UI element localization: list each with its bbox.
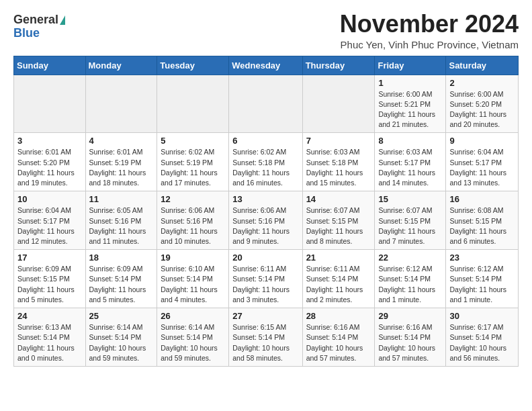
calendar-cell — [85, 75, 157, 133]
day-info: Sunrise: 6:09 AM Sunset: 5:14 PM Dayligh… — [89, 264, 154, 305]
day-number: 4 — [89, 136, 154, 146]
day-number: 24 — [17, 311, 82, 321]
logo-general-text: General — [13, 13, 58, 27]
day-info: Sunrise: 6:07 AM Sunset: 5:15 PM Dayligh… — [378, 205, 442, 246]
calendar-cell — [157, 75, 229, 133]
day-number: 30 — [449, 311, 515, 321]
calendar-cell — [302, 75, 375, 133]
day-number: 7 — [306, 136, 371, 146]
weekday-header-monday: Monday — [85, 56, 157, 75]
calendar-cell: 14Sunrise: 6:07 AM Sunset: 5:15 PM Dayli… — [302, 191, 375, 250]
calendar-cell: 12Sunrise: 6:06 AM Sunset: 5:16 PM Dayli… — [157, 191, 229, 250]
day-number: 2 — [449, 78, 515, 88]
day-info: Sunrise: 6:05 AM Sunset: 5:16 PM Dayligh… — [89, 205, 154, 246]
day-info: Sunrise: 6:04 AM Sunset: 5:17 PM Dayligh… — [17, 205, 82, 246]
day-number: 3 — [17, 136, 82, 146]
day-info: Sunrise: 6:15 AM Sunset: 5:14 PM Dayligh… — [232, 322, 298, 363]
day-number: 5 — [161, 136, 225, 146]
logo: General Blue — [13, 13, 65, 40]
day-info: Sunrise: 6:02 AM Sunset: 5:18 PM Dayligh… — [232, 147, 298, 188]
day-number: 29 — [378, 311, 442, 321]
day-number: 11 — [89, 194, 154, 204]
calendar-cell: 11Sunrise: 6:05 AM Sunset: 5:16 PM Dayli… — [85, 191, 157, 250]
day-info: Sunrise: 6:11 AM Sunset: 5:14 PM Dayligh… — [306, 264, 371, 305]
calendar-cell: 22Sunrise: 6:12 AM Sunset: 5:14 PM Dayli… — [375, 250, 446, 308]
calendar-cell: 19Sunrise: 6:10 AM Sunset: 5:14 PM Dayli… — [157, 250, 229, 308]
weekday-header-wednesday: Wednesday — [229, 56, 302, 75]
logo-blue-text: Blue — [13, 27, 40, 40]
month-title: November 2024 — [340, 11, 519, 38]
weekday-header-sunday: Sunday — [14, 56, 86, 75]
day-info: Sunrise: 6:06 AM Sunset: 5:16 PM Dayligh… — [232, 205, 298, 246]
calendar-cell: 4Sunrise: 6:01 AM Sunset: 5:19 PM Daylig… — [85, 133, 157, 191]
calendar: SundayMondayTuesdayWednesdayThursdayFrid… — [13, 56, 519, 367]
day-info: Sunrise: 6:14 AM Sunset: 5:14 PM Dayligh… — [89, 322, 154, 363]
calendar-cell: 10Sunrise: 6:04 AM Sunset: 5:17 PM Dayli… — [14, 191, 86, 250]
day-info: Sunrise: 6:10 AM Sunset: 5:14 PM Dayligh… — [161, 264, 225, 305]
day-info: Sunrise: 6:01 AM Sunset: 5:20 PM Dayligh… — [17, 147, 82, 188]
calendar-cell: 3Sunrise: 6:01 AM Sunset: 5:20 PM Daylig… — [14, 133, 86, 191]
calendar-cell: 26Sunrise: 6:14 AM Sunset: 5:14 PM Dayli… — [157, 308, 229, 367]
day-info: Sunrise: 6:06 AM Sunset: 5:16 PM Dayligh… — [161, 205, 225, 246]
calendar-cell: 30Sunrise: 6:17 AM Sunset: 5:14 PM Dayli… — [446, 308, 519, 367]
day-info: Sunrise: 6:12 AM Sunset: 5:14 PM Dayligh… — [449, 264, 515, 305]
day-info: Sunrise: 6:07 AM Sunset: 5:15 PM Dayligh… — [306, 205, 371, 246]
day-number: 12 — [161, 194, 225, 204]
day-info: Sunrise: 6:04 AM Sunset: 5:17 PM Dayligh… — [449, 147, 515, 188]
day-info: Sunrise: 6:08 AM Sunset: 5:15 PM Dayligh… — [449, 205, 515, 246]
day-info: Sunrise: 6:00 AM Sunset: 5:21 PM Dayligh… — [378, 89, 442, 130]
day-info: Sunrise: 6:12 AM Sunset: 5:14 PM Dayligh… — [378, 264, 442, 305]
weekday-header-friday: Friday — [375, 56, 446, 75]
logo-icon — [60, 15, 65, 25]
calendar-cell: 28Sunrise: 6:16 AM Sunset: 5:14 PM Dayli… — [302, 308, 375, 367]
day-info: Sunrise: 6:01 AM Sunset: 5:19 PM Dayligh… — [89, 147, 154, 188]
calendar-cell: 21Sunrise: 6:11 AM Sunset: 5:14 PM Dayli… — [302, 250, 375, 308]
day-number: 21 — [306, 253, 371, 263]
day-info: Sunrise: 6:09 AM Sunset: 5:15 PM Dayligh… — [17, 264, 82, 305]
calendar-cell: 5Sunrise: 6:02 AM Sunset: 5:19 PM Daylig… — [157, 133, 229, 191]
calendar-cell: 7Sunrise: 6:03 AM Sunset: 5:18 PM Daylig… — [302, 133, 375, 191]
day-number: 6 — [232, 136, 298, 146]
day-info: Sunrise: 6:02 AM Sunset: 5:19 PM Dayligh… — [161, 147, 225, 188]
day-info: Sunrise: 6:13 AM Sunset: 5:14 PM Dayligh… — [17, 322, 82, 363]
calendar-cell: 9Sunrise: 6:04 AM Sunset: 5:17 PM Daylig… — [446, 133, 519, 191]
calendar-cell: 2Sunrise: 6:00 AM Sunset: 5:20 PM Daylig… — [446, 75, 519, 133]
day-number: 28 — [306, 311, 371, 321]
day-number: 8 — [378, 136, 442, 146]
day-number: 19 — [161, 253, 225, 263]
day-number: 14 — [306, 194, 371, 204]
day-number: 17 — [17, 253, 82, 263]
day-info: Sunrise: 6:03 AM Sunset: 5:18 PM Dayligh… — [306, 147, 371, 188]
calendar-cell: 13Sunrise: 6:06 AM Sunset: 5:16 PM Dayli… — [229, 191, 302, 250]
weekday-header-saturday: Saturday — [446, 56, 519, 75]
day-info: Sunrise: 6:00 AM Sunset: 5:20 PM Dayligh… — [449, 89, 515, 130]
calendar-cell — [229, 75, 302, 133]
weekday-header-thursday: Thursday — [302, 56, 375, 75]
day-number: 13 — [232, 194, 298, 204]
day-info: Sunrise: 6:14 AM Sunset: 5:14 PM Dayligh… — [161, 322, 225, 363]
day-number: 10 — [17, 194, 82, 204]
day-number: 27 — [232, 311, 298, 321]
day-number: 23 — [449, 253, 515, 263]
day-info: Sunrise: 6:03 AM Sunset: 5:17 PM Dayligh… — [378, 147, 442, 188]
day-number: 15 — [378, 194, 442, 204]
day-number: 18 — [89, 253, 154, 263]
calendar-cell: 1Sunrise: 6:00 AM Sunset: 5:21 PM Daylig… — [375, 75, 446, 133]
calendar-cell: 6Sunrise: 6:02 AM Sunset: 5:18 PM Daylig… — [229, 133, 302, 191]
day-number: 9 — [449, 136, 515, 146]
location: Phuc Yen, Vinh Phuc Province, Vietnam — [340, 39, 519, 50]
day-info: Sunrise: 6:16 AM Sunset: 5:14 PM Dayligh… — [306, 322, 371, 363]
calendar-cell: 27Sunrise: 6:15 AM Sunset: 5:14 PM Dayli… — [229, 308, 302, 367]
calendar-cell: 16Sunrise: 6:08 AM Sunset: 5:15 PM Dayli… — [446, 191, 519, 250]
day-number: 26 — [161, 311, 225, 321]
calendar-cell: 8Sunrise: 6:03 AM Sunset: 5:17 PM Daylig… — [375, 133, 446, 191]
calendar-cell: 18Sunrise: 6:09 AM Sunset: 5:14 PM Dayli… — [85, 250, 157, 308]
day-number: 1 — [378, 78, 442, 88]
day-number: 22 — [378, 253, 442, 263]
calendar-cell: 24Sunrise: 6:13 AM Sunset: 5:14 PM Dayli… — [14, 308, 86, 367]
title-area: November 2024 Phuc Yen, Vinh Phuc Provin… — [340, 11, 519, 50]
calendar-cell: 15Sunrise: 6:07 AM Sunset: 5:15 PM Dayli… — [375, 191, 446, 250]
calendar-cell: 29Sunrise: 6:16 AM Sunset: 5:14 PM Dayli… — [375, 308, 446, 367]
day-info: Sunrise: 6:11 AM Sunset: 5:14 PM Dayligh… — [232, 264, 298, 305]
calendar-cell — [14, 75, 86, 133]
